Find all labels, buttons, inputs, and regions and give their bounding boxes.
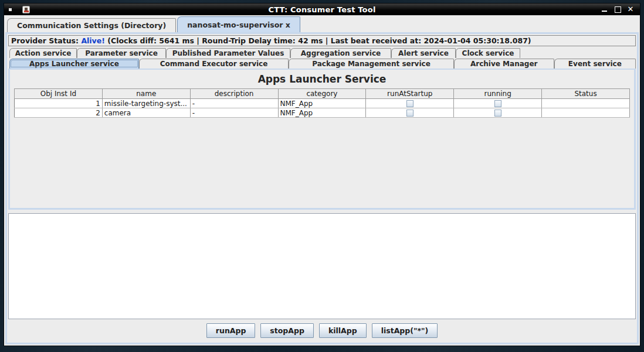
tab-nanosat-mo-supervisor-x[interactable]: nanosat-mo-supervisor x	[177, 16, 300, 32]
runatstartup-checkbox[interactable]	[366, 108, 454, 118]
provider-status-details: (Clocks diff: 5641 ms | Round-Trip Delay…	[107, 36, 531, 45]
window-titlebar: CTT: Consumer Test Tool ✕	[4, 4, 640, 15]
minimize-icon[interactable]	[601, 6, 608, 13]
cell-category: NMF_App	[278, 99, 366, 108]
runapp-button[interactable]: runApp	[206, 323, 256, 338]
provider-status-value: Alive!	[81, 36, 105, 45]
runatstartup-checkbox[interactable]	[366, 99, 454, 108]
tab-archive-manager[interactable]: Archive Manager	[454, 59, 554, 69]
tab-package-management-service[interactable]: Package Management service	[289, 59, 453, 69]
close-icon[interactable]: ✕	[627, 6, 634, 13]
tab-alert-service[interactable]: Alert service	[391, 48, 456, 58]
column-header-runatstartup[interactable]: runAtStartup	[366, 89, 454, 99]
tab-aggregation-service[interactable]: Aggregation service	[290, 48, 391, 58]
output-panel	[8, 213, 636, 319]
tab-clock-service[interactable]: Clock service	[456, 48, 520, 58]
provider-status-label: Provider Status:	[11, 36, 79, 45]
tab-action-service[interactable]: Action service	[9, 48, 77, 58]
tab-event-service[interactable]: Event service	[554, 59, 636, 69]
supervisor-tab-content: Provider Status: Alive! (Clocks diff: 56…	[5, 32, 639, 344]
cell-status	[542, 108, 630, 118]
cell-obj-inst-id: 2	[15, 108, 103, 118]
checkbox-icon[interactable]	[494, 110, 501, 117]
cell-name: camera	[102, 108, 190, 118]
column-header-status[interactable]: Status	[542, 89, 630, 99]
tab-communication-settings-directory[interactable]: Communication Settings (Directory)	[7, 18, 176, 32]
app-window: CTT: Consumer Test Tool ✕ Communication …	[4, 4, 640, 346]
checkbox-icon[interactable]	[494, 100, 501, 107]
service-tab-bar: Action serviceParameter servicePublished…	[8, 47, 636, 69]
tab-published-parameter-values[interactable]: Published Parameter Values	[166, 48, 290, 58]
apps-table: Obj Inst IdnamedescriptioncategoryrunAtS…	[14, 88, 630, 118]
tab-parameter-service[interactable]: Parameter service	[77, 48, 166, 58]
checkbox-icon[interactable]	[406, 100, 413, 107]
column-header-category[interactable]: category	[278, 89, 366, 99]
desktop-background: CTT: Consumer Test Tool ✕ Communication …	[0, 0, 644, 352]
column-header-running[interactable]: running	[454, 89, 542, 99]
action-button-row: runAppstopAppkillApplistApp("*")	[8, 319, 636, 341]
running-checkbox[interactable]	[454, 99, 542, 108]
cell-obj-inst-id: 1	[15, 99, 103, 108]
stopapp-button[interactable]: stopApp	[260, 323, 314, 338]
listapp-button[interactable]: listApp("*")	[372, 323, 438, 338]
tab-apps-launcher-service[interactable]: Apps Launcher service	[9, 59, 139, 69]
cell-description: -	[190, 108, 278, 118]
panel-heading: Apps Launcher Service	[10, 70, 634, 87]
window-body: Communication Settings (Directory)nanosa…	[4, 15, 640, 346]
service-tab-row-1: Action serviceParameter servicePublished…	[8, 47, 636, 58]
table-row[interactable]: 2camera-NMF_App	[15, 108, 630, 118]
checkbox-icon[interactable]	[406, 110, 413, 117]
service-tab-row-2: Apps Launcher serviceCommand Executor se…	[8, 58, 636, 69]
column-header-obj-inst-id[interactable]: Obj Inst Id	[15, 89, 103, 99]
column-header-name[interactable]: name	[102, 89, 190, 99]
cell-category: NMF_App	[278, 108, 366, 118]
cell-status	[542, 99, 630, 108]
running-checkbox[interactable]	[454, 108, 542, 118]
maximize-icon[interactable]	[614, 6, 621, 13]
column-header-description[interactable]: description	[190, 89, 278, 99]
apps-launcher-panel: Apps Launcher Service Obj Inst Idnamedes…	[8, 69, 636, 210]
table-row[interactable]: 1missile-targeting-syst...-NMF_App	[15, 99, 630, 108]
provider-status-bar: Provider Status: Alive! (Clocks diff: 56…	[8, 35, 636, 46]
cell-name: missile-targeting-syst...	[102, 99, 190, 108]
main-tab-bar: Communication Settings (Directory)nanosa…	[5, 15, 639, 32]
cell-description: -	[190, 99, 278, 108]
tab-command-executor-service[interactable]: Command Executor service	[139, 59, 289, 69]
window-title: CTT: Consumer Test Tool	[4, 5, 640, 14]
apps-table-header: Obj Inst IdnamedescriptioncategoryrunAtS…	[15, 89, 630, 99]
killapp-button[interactable]: killApp	[319, 323, 367, 338]
